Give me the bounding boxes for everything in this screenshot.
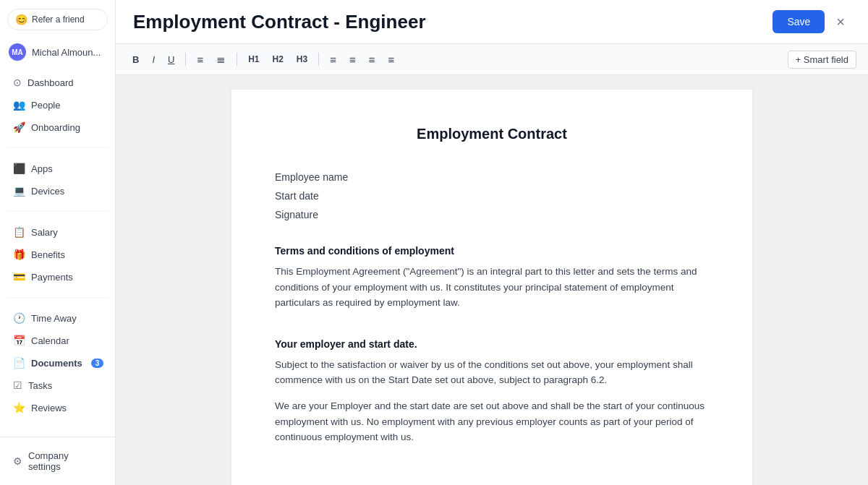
doc-area: Employment Contract Employee name Start … <box>116 75 868 485</box>
doc-field-employee: Employee name <box>275 171 709 183</box>
justify-button[interactable]: ≡ <box>383 51 400 69</box>
nav-section-finance: 📋 Salary 🎁 Benefits 💳 Payments <box>0 216 115 293</box>
documents-icon: 📄 <box>13 357 25 369</box>
devices-icon: 💻 <box>13 185 25 197</box>
toolbar-separator-1 <box>185 53 186 66</box>
nav-section-time: 🕐 Time Away 📅 Calendar 📄 Documents 3 ☑ T… <box>0 302 115 424</box>
doc-para-0-0: This Employment Agreement ("Agreement") … <box>275 264 709 311</box>
nav-section-apps: ⬛ Apps 💻 Devices <box>0 153 115 207</box>
doc-para-1-0: Subject to the satisfaction or waiver by… <box>275 357 709 388</box>
sidebar-item-label: Apps <box>31 163 53 174</box>
sidebar-item-benefits[interactable]: 🎁 Benefits <box>3 244 112 265</box>
payments-icon: 💳 <box>13 271 25 283</box>
doc-section-title-1: Your employer and start date. <box>275 338 709 350</box>
sidebar-item-company-settings[interactable]: ⚙ Company settings <box>3 445 112 477</box>
doc-gap-1 <box>275 228 709 245</box>
time-away-icon: 🕐 <box>13 312 25 324</box>
sidebar-item-reviews[interactable]: ⭐ Reviews <box>3 397 112 419</box>
h2-button[interactable]: H2 <box>268 51 289 67</box>
italic-button[interactable]: I <box>147 51 160 68</box>
sidebar-item-label: People <box>31 100 60 111</box>
sidebar-item-time-away[interactable]: 🕐 Time Away <box>3 307 112 329</box>
settings-icon: ⚙ <box>13 455 22 467</box>
doc-section-title-0: Terms and conditions of employment <box>275 245 709 257</box>
doc-header: Employment Contract - Engineer Save × <box>116 0 868 44</box>
h1-button[interactable]: H1 <box>243 51 264 67</box>
sidebar-item-salary[interactable]: 📋 Salary <box>3 221 112 243</box>
underline-button[interactable]: U <box>163 51 179 68</box>
reviews-icon: ⭐ <box>13 402 25 413</box>
sidebar-bottom: ⚙ Company settings <box>0 437 115 485</box>
header-actions: Save × <box>773 10 851 33</box>
tasks-icon: ☑ <box>13 379 22 391</box>
nav-divider-3 <box>7 297 108 298</box>
sidebar-item-label: Calendar <box>31 335 69 346</box>
doc-field-signature: Signature <box>275 209 709 220</box>
refer-label: Refer a friend <box>32 14 85 25</box>
apps-icon: ⬛ <box>13 163 25 174</box>
refer-friend-button[interactable]: 😊 Refer a friend <box>7 9 108 30</box>
sidebar-item-label: Dashboard <box>27 77 74 88</box>
align-right-button[interactable]: ≡ <box>364 51 380 69</box>
dashboard-icon: ⊙ <box>13 77 22 88</box>
align-left-button[interactable]: ≡ <box>325 51 341 69</box>
sidebar-item-label: Company settings <box>28 450 102 472</box>
save-button[interactable]: Save <box>773 10 825 33</box>
onboarding-icon: 🚀 <box>13 121 25 133</box>
main-content: Employment Contract - Engineer Save × B … <box>116 0 868 485</box>
doc-paper: Employment Contract Employee name Start … <box>231 90 752 485</box>
nav-divider-1 <box>7 147 108 148</box>
doc-title: Employment Contract - Engineer <box>133 11 773 33</box>
sidebar-item-calendar[interactable]: 📅 Calendar <box>3 330 112 351</box>
user-row: MA Michal Almoun... <box>0 38 115 66</box>
sidebar-item-people[interactable]: 👥 People <box>3 94 112 116</box>
sidebar-item-label: Documents <box>31 358 82 369</box>
doc-field-start-date: Start date <box>275 190 709 202</box>
sidebar-item-label: Onboarding <box>31 122 80 133</box>
benefits-icon: 🎁 <box>13 249 25 260</box>
close-button[interactable]: × <box>830 11 851 33</box>
sidebar-item-label: Reviews <box>31 403 67 413</box>
sidebar-item-label: Salary <box>31 227 58 238</box>
doc-main-title: Employment Contract <box>275 126 709 142</box>
h3-button[interactable]: H3 <box>292 51 312 67</box>
sidebar-item-label: Devices <box>31 186 64 197</box>
ordered-list-button[interactable]: ≡ <box>192 51 208 69</box>
toolbar-separator-2 <box>237 53 237 66</box>
formatting-toolbar: B I U ≡ ≣ H1 H2 H3 ≡ ≡ ≡ ≡ + Smart field <box>116 44 868 75</box>
sidebar-item-label: Time Away <box>31 313 77 324</box>
user-name: Michal Almoun... <box>32 47 101 58</box>
sidebar-item-label: Benefits <box>31 249 65 260</box>
sidebar-item-devices[interactable]: 💻 Devices <box>3 180 112 202</box>
sidebar: 😊 Refer a friend MA Michal Almoun... ⊙ D… <box>0 0 116 485</box>
sidebar-item-onboarding[interactable]: 🚀 Onboarding <box>3 116 112 138</box>
doc-gap-2 <box>275 321 709 338</box>
nav-divider-2 <box>7 211 108 212</box>
sidebar-item-apps[interactable]: ⬛ Apps <box>3 158 112 179</box>
people-icon: 👥 <box>13 99 25 111</box>
salary-icon: 📋 <box>13 226 25 238</box>
calendar-icon: 📅 <box>13 335 25 346</box>
smart-field-button[interactable]: + Smart field <box>788 51 856 69</box>
sidebar-item-tasks[interactable]: ☑ Tasks <box>3 374 112 396</box>
sidebar-item-documents[interactable]: 📄 Documents 3 <box>3 352 112 374</box>
refer-icon: 😊 <box>15 14 27 25</box>
sidebar-item-label: Tasks <box>28 380 52 391</box>
sidebar-item-label: Payments <box>31 272 73 283</box>
bold-button[interactable]: B <box>127 51 144 68</box>
toolbar-separator-3 <box>318 53 319 66</box>
sidebar-item-payments[interactable]: 💳 Payments <box>3 266 112 288</box>
avatar: MA <box>9 43 26 61</box>
sidebar-item-dashboard[interactable]: ⊙ Dashboard <box>3 72 112 93</box>
align-center-button[interactable]: ≡ <box>344 51 361 69</box>
unordered-list-button[interactable]: ≣ <box>211 50 231 69</box>
nav-section-main: ⊙ Dashboard 👥 People 🚀 Onboarding <box>0 66 115 143</box>
doc-para-1-1: We are your Employer and the start date … <box>275 398 709 445</box>
documents-badge: 3 <box>91 359 104 368</box>
